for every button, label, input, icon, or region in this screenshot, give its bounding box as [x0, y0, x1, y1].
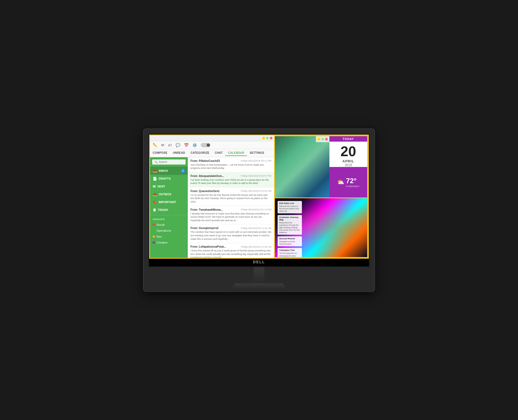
email-panel: ✏️ ✉ 🏷 💬 📅 ⚙️ COMPOSE UNREAD CATEGORIZE … [150, 135, 274, 258]
inbox-label: INBOX [159, 169, 168, 172]
calendar-icon[interactable]: 📅 [184, 143, 189, 147]
email-header-1: From: AbsquatuIateOsm... Friday 09/14/20… [190, 175, 271, 177]
email-item-0[interactable]: From: PillaIooCouch23 Friday 09/14/2019 … [188, 157, 274, 172]
note-card-0[interactable]: Edit Sales List Edit how the names in th… [278, 201, 302, 213]
email-item-1[interactable]: From: AbsquatuIateOsm... Friday 09/14/20… [188, 172, 274, 187]
note-title-2: Second Review [279, 237, 300, 240]
nav-calendar[interactable]: CALENDAR [225, 150, 247, 156]
close-button-right[interactable] [325, 138, 328, 141]
maximize-button-right[interactable] [321, 138, 324, 141]
note-line-2: Schedule to do the second review. [279, 240, 300, 245]
chat-icon[interactable]: 💬 [176, 143, 180, 147]
right-panel: TODAY 20 APRIL 2019 ⛅ 72° FARENHEIT [274, 135, 368, 258]
search-input[interactable] [159, 161, 183, 163]
monitor-bezel-bottom: DELL [149, 259, 369, 266]
toggle-switch[interactable] [201, 143, 210, 147]
email-nav: COMPOSE UNREAD CATEGORIZE CHAT CALENDAR … [150, 149, 274, 157]
outbox-icon: 📤 [153, 192, 157, 196]
nav-chat[interactable]: CHAT [212, 150, 225, 156]
operations-label: Operations [156, 229, 171, 232]
note-line-1: Restructure the experience through the a… [279, 221, 300, 234]
groups-label: GROUPS [150, 216, 188, 222]
sidebar: 🔍 📥 INBOX 2 📄 DRAFTS [150, 157, 188, 258]
sidebar-item-drafts[interactable]: 📄 DRAFTS [150, 175, 188, 183]
email-preview-5: I know this started off as just a small … [190, 249, 271, 258]
minimize-button-right[interactable] [318, 138, 320, 141]
mail-icon[interactable]: ✉ [161, 143, 164, 147]
search-box[interactable]: 🔍 [152, 159, 186, 165]
email-titlebar [150, 135, 274, 141]
compose-icon[interactable]: ✏️ [153, 143, 157, 147]
group-item-social[interactable]: Social [150, 222, 188, 228]
email-header-4: From: Georgiemyers2 Friday 09/14/2019 11… [190, 227, 271, 230]
note-card-3[interactable]: Champion Test Test the approach for deve… [278, 248, 302, 257]
group-item-dev[interactable]: Dev [150, 234, 188, 240]
weather-icon: ⛅ [337, 179, 344, 186]
email-preview-4: The vendors that have signed on to work … [190, 230, 271, 241]
email-time-5: Friday 09/14/2019 11:32 AM [241, 245, 271, 248]
dell-logo: DELL [253, 260, 265, 264]
email-sender-5: From: LollapalooosaPotat... [190, 245, 226, 248]
nature-photo [275, 136, 329, 197]
email-sender-0: From: PillaIooCouch23 [190, 159, 220, 162]
email-header-3: From: TomahawkWoma... Friday 09/14/2019 … [190, 208, 271, 211]
group-item-creative[interactable]: Creative [150, 240, 188, 245]
maximize-button[interactable] [266, 137, 269, 139]
social-dot [153, 224, 155, 226]
note-line-3: Test the approach for developing the bes… [279, 252, 300, 257]
sidebar-item-sent[interactable]: ✉ SENT [150, 183, 188, 190]
weather-temp: 72° [346, 177, 360, 185]
tag-icon[interactable]: 🏷 [168, 143, 172, 147]
dev-label: Dev [156, 235, 162, 238]
nav-compose[interactable]: COMPOSE [150, 150, 170, 156]
settings-icon[interactable]: ⚙️ [192, 143, 197, 147]
important-label: IMPORTANT [159, 200, 176, 204]
creative-dot [153, 241, 155, 244]
important-icon: 🔖 [153, 200, 157, 204]
email-sender-1: From: AbsquatuIateOsm... [190, 175, 224, 177]
weather-widget: ⛅ 72° FARENHEIT [329, 167, 367, 197]
email-item-5[interactable]: From: LollapalooosaPotat... Friday 09/14… [188, 243, 274, 258]
nav-categorize[interactable]: CATEGORIZE [188, 150, 212, 156]
nav-settings[interactable]: SETTINGS [247, 150, 267, 156]
stand-neck [254, 267, 264, 283]
email-sender-3: From: TomahawkWoma... [190, 208, 223, 211]
email-header-0: From: PillaIooCouch23 Friday 09/14/2019 … [190, 159, 271, 162]
sent-label: SENT [157, 185, 165, 188]
calendar-year: 2019 [329, 163, 367, 167]
right-bottom: Edit Sales List Edit how the names in th… [275, 198, 367, 257]
today-label: TODAY [329, 136, 367, 142]
outbox-label: OUTBOX [159, 193, 171, 196]
calendar-date: 20 [329, 142, 367, 159]
email-preview-2: I'm so excited for the ski trip! Barrett… [190, 193, 271, 204]
operations-dot [153, 230, 155, 232]
sidebar-item-outbox[interactable]: 📤 OUTBOX [150, 190, 188, 198]
note-title-0: Edit Sales List [279, 202, 300, 204]
trash-label: TRASH [158, 208, 168, 211]
email-item-2[interactable]: From: QuarantineXeric Friday 09/14/2019 … [188, 187, 274, 206]
monitor-screen: ✏️ ✉ 🏷 💬 📅 ⚙️ COMPOSE UNREAD CATEGORIZE … [148, 134, 370, 267]
notes-overlay: Edit Sales List Edit how the names in th… [278, 201, 302, 257]
creative-label: Creative [156, 241, 168, 244]
nav-unread[interactable]: UNREAD [170, 150, 188, 156]
inbox-badge: 2 [181, 169, 185, 173]
note-card-1[interactable]: Customer Journey Map Restructure the exp… [278, 215, 302, 235]
email-item-3[interactable]: From: TomahawkWoma... Friday 09/14/2019 … [188, 206, 274, 225]
note-title-3: Champion Test [279, 249, 300, 251]
close-button[interactable] [270, 137, 272, 139]
email-item-4[interactable]: From: Georgiemyers2 Friday 09/14/2019 11… [188, 224, 274, 243]
sidebar-item-inbox[interactable]: 📥 INBOX 2 [150, 167, 188, 175]
monitor: ✏️ ✉ 🏷 💬 📅 ⚙️ COMPOSE UNREAD CATEGORIZE … [143, 128, 375, 292]
note-card-2[interactable]: Second Review Schedule to do the second … [278, 236, 302, 246]
calendar-widget: TODAY 20 APRIL 2019 ⛅ 72° FARENHEIT [329, 136, 367, 197]
social-label: Social [156, 223, 165, 226]
email-sender-4: From: Georgiemyers2 [190, 227, 219, 230]
sidebar-item-important[interactable]: 🔖 IMPORTANT [150, 198, 188, 206]
sidebar-item-trash[interactable]: 🗑 TRASH [150, 206, 188, 214]
trash-icon: 🗑 [153, 208, 156, 212]
email-preview-1: I've been looking over numbers and I thi… [190, 178, 271, 185]
group-item-operations[interactable]: Operations [150, 228, 188, 234]
weather-unit: FARENHEIT [346, 185, 360, 188]
minimize-button[interactable] [262, 137, 265, 139]
email-time-4: Friday 09/14/2019 11:41 AM [241, 227, 271, 230]
